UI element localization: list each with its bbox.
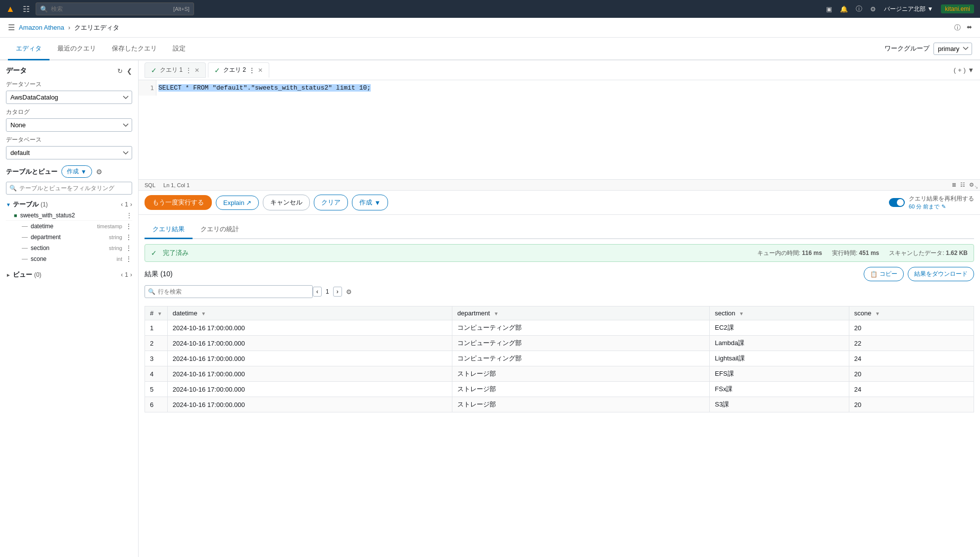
global-search-input[interactable]	[51, 5, 170, 12]
col-header-datetime: datetime ▼	[167, 306, 452, 320]
add-query-tab[interactable]: ( + ) ▼	[954, 66, 974, 74]
sidebar-title: データ	[6, 66, 27, 75]
format-icon[interactable]: ≣	[952, 182, 956, 188]
column-more-icon[interactable]: ⋮	[125, 222, 132, 230]
query2-close-icon[interactable]: ✕	[258, 67, 263, 74]
collapse-icon[interactable]: ❮	[127, 67, 132, 75]
prev-page-button[interactable]: ‹	[313, 287, 322, 297]
help-icon[interactable]: ⓘ	[856, 4, 862, 13]
query-tab-1[interactable]: ✓ クエリ 1 ⋮ ✕	[145, 62, 206, 78]
database-dropdown[interactable]: default	[6, 146, 132, 159]
filter-input[interactable]	[6, 182, 132, 195]
plus-icon[interactable]: +	[958, 66, 962, 74]
tab-recent-queries[interactable]: 最近のクエリ	[49, 38, 104, 60]
search-bar[interactable]: 🔍 [Alt+S]	[36, 2, 194, 15]
workgroup-dropdown[interactable]: primary	[933, 43, 972, 55]
row-search-wrap: 🔍	[145, 285, 313, 298]
table-more-icon[interactable]: ⋮	[126, 212, 132, 219]
column-name: department	[31, 234, 109, 241]
views-prev-icon[interactable]: ‹	[121, 271, 123, 278]
table-header-row: # ▼ datetime ▼ department ▼ section ▼ sc…	[145, 306, 974, 320]
table-cell: 4	[145, 366, 168, 382]
datasource-dropdown[interactable]: AwsDataCatalog	[6, 91, 132, 104]
column-more-icon[interactable]: ⋮	[125, 255, 132, 263]
column-more-icon[interactable]: ⋮	[125, 233, 132, 241]
workgroup-selector: ワークグループ primary	[884, 43, 972, 55]
tables-next-icon[interactable]: ›	[130, 201, 132, 208]
table-cell: コンピューティング部	[452, 320, 710, 336]
action-bar: もう一度実行する Explain ↗ キャンセル クリア 作成 ▼ クエリ結果を…	[139, 191, 980, 215]
results-header: 結果 (10) 📋 コピー 結果をダウンロード	[145, 267, 974, 281]
column-more-icon[interactable]: ⋮	[125, 244, 132, 252]
table-cell: 1	[145, 320, 168, 336]
views-next-icon[interactable]: ›	[130, 271, 132, 278]
refresh-icon[interactable]: ↻	[117, 67, 123, 75]
tab-query-stats[interactable]: クエリの統計	[193, 221, 247, 239]
tab-query-results[interactable]: クエリ結果	[145, 221, 193, 239]
column-dash: —	[22, 255, 28, 262]
edit-icon[interactable]: ✎	[941, 203, 946, 210]
query2-more-icon[interactable]: ⋮	[249, 67, 255, 74]
table-view-icon[interactable]: ☷	[960, 182, 965, 188]
results-settings-icon[interactable]: ⚙	[346, 288, 352, 296]
run-again-button[interactable]: もう一度実行する	[145, 195, 212, 210]
table-icon: ■	[14, 212, 17, 218]
tab-settings[interactable]: 設定	[165, 38, 194, 60]
username-badge[interactable]: kitani.emi	[941, 4, 974, 13]
query-tab-2[interactable]: ✓ クエリ 2 ⋮ ✕	[208, 62, 269, 78]
result-check-icon: ✓	[151, 249, 157, 257]
query1-more-icon[interactable]: ⋮	[186, 67, 192, 74]
expand-queries-icon[interactable]: ▼	[968, 66, 974, 74]
next-page-button[interactable]: ›	[333, 287, 342, 297]
query1-close-icon[interactable]: ✕	[195, 67, 199, 74]
table-cell: 6	[145, 397, 168, 412]
create-button[interactable]: 作成 ▼	[352, 195, 388, 210]
breadcrumb-bar: ☰ Amazon Athena › クエリエディタ ⓘ ⬌	[0, 18, 980, 38]
views-section-header[interactable]: ► ビュー (0) ‹ 1 ›	[6, 267, 132, 282]
info-icon[interactable]: ⓘ	[954, 23, 961, 32]
column-dash: —	[22, 234, 28, 241]
copy-button[interactable]: 📋 コピー	[864, 267, 904, 281]
breadcrumb-service-link[interactable]: Amazon Athena	[19, 24, 64, 31]
cancel-button[interactable]: キャンセル	[263, 195, 310, 210]
region-selector[interactable]: バージニア北部 ▼	[884, 5, 933, 13]
table-settings-icon[interactable]: ⚙	[96, 168, 102, 176]
col-header-scone: scone ▼	[849, 306, 974, 320]
reuse-toggle-switch[interactable]	[889, 198, 905, 207]
resize-handle[interactable]: ↘	[974, 184, 980, 190]
expand-icon[interactable]: ⬌	[967, 23, 972, 32]
bell-icon[interactable]: 🔔	[840, 5, 848, 13]
editor-content[interactable]: SELECT * FROM "default"."sweets_with_sta…	[139, 80, 980, 179]
top-nav-right: ▣ 🔔 ⓘ ⚙ バージニア北部 ▼ kitani.emi	[826, 4, 974, 13]
grid-icon[interactable]: ☷	[23, 4, 30, 14]
results-title: 結果 (10)	[145, 270, 173, 279]
table-row: 12024-10-16 17:00:00.000コンピューティング部EC2課20	[145, 320, 974, 336]
tables-views-label: テーブルとビュー	[6, 167, 57, 176]
tables-prev-icon[interactable]: ‹	[121, 201, 123, 208]
create-table-button[interactable]: 作成 ▼	[61, 165, 92, 178]
clear-button[interactable]: クリア	[314, 195, 348, 210]
catalog-dropdown[interactable]: None	[6, 118, 132, 132]
table-cell: 20	[849, 366, 974, 382]
table-views-header: テーブルとビュー 作成 ▼ ⚙	[6, 165, 132, 178]
settings-icon[interactable]: ⚙	[870, 5, 876, 13]
table-cell: 20	[849, 397, 974, 412]
row-search-input[interactable]	[145, 285, 313, 298]
menu-icon[interactable]: ☰	[8, 23, 15, 32]
line-number-1: 1	[141, 84, 154, 92]
terminal-icon[interactable]: ▣	[826, 5, 832, 13]
download-button[interactable]: 結果をダウンロード	[908, 267, 974, 281]
tab-editor[interactable]: エディタ	[8, 38, 49, 60]
table-item-sweets[interactable]: ■ sweets_with_status2 ⋮	[6, 210, 132, 221]
table-row: 32024-10-16 17:00:00.000コンピューティング部Lights…	[145, 351, 974, 366]
editor-settings-icon[interactable]: ⚙	[969, 182, 974, 188]
query1-label: クエリ 1	[160, 66, 183, 74]
table-cell: S3課	[710, 397, 849, 412]
tables-page: 1	[125, 201, 128, 208]
table-cell: 2	[145, 336, 168, 351]
results-table: # ▼ datetime ▼ department ▼ section ▼ sc…	[145, 306, 974, 412]
tables-section-header[interactable]: ▼ テーブル (1) ‹ 1 ›	[6, 199, 132, 210]
sidebar-icons: ↻ ❮	[117, 67, 132, 75]
tab-saved-queries[interactable]: 保存したクエリ	[104, 38, 165, 60]
explain-button[interactable]: Explain ↗	[216, 196, 259, 210]
